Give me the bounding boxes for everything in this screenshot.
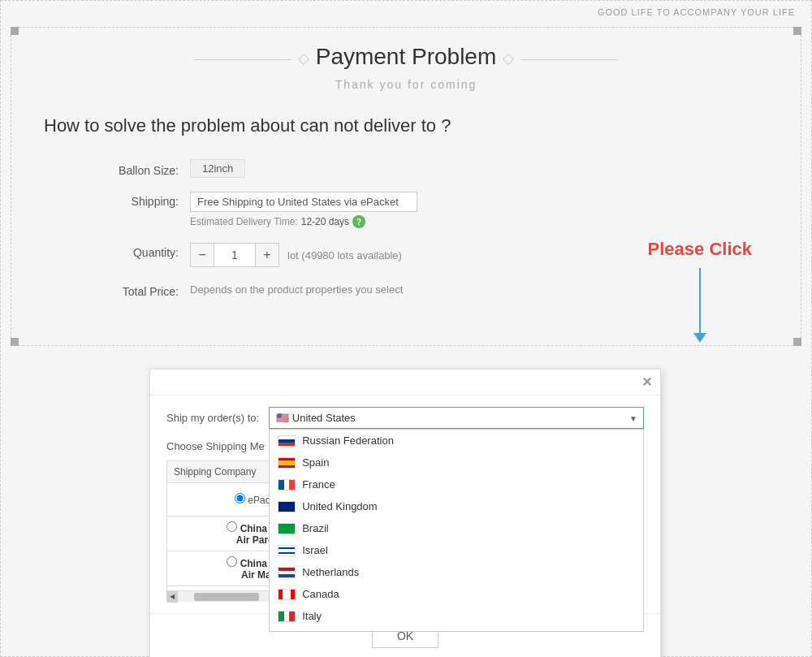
scroll-thumb[interactable]: [194, 593, 259, 601]
dropdown-item-france[interactable]: France: [270, 473, 643, 495]
flag-spain-icon: [278, 457, 296, 469]
country-name-russia: Russian Federation: [302, 434, 394, 447]
total-price-label: Total Price:: [93, 282, 190, 298]
quantity-increase-button[interactable]: +: [255, 243, 279, 267]
total-price-value: Depends on the product properties you se…: [190, 283, 403, 296]
dropdown-item-spain[interactable]: Spain: [270, 452, 643, 473]
balloon-size-label: Ballon Size:: [93, 161, 190, 177]
quantity-label: Quantity:: [93, 243, 190, 259]
modal-body: Ship my order(s) to: 🇺🇸 United States ▼ …: [150, 395, 660, 613]
flag-france-icon: [278, 479, 296, 491]
country-select[interactable]: 🇺🇸 United States: [269, 407, 644, 429]
dropdown-item-italy[interactable]: Italy: [270, 605, 643, 627]
dropdown-item-brazil[interactable]: Brazil: [270, 517, 643, 539]
dropdown-item-russia[interactable]: Russian Federation: [270, 430, 643, 452]
dropdown-item-netherlands[interactable]: Netherlands: [270, 561, 643, 583]
please-click-area: Please Click: [648, 239, 752, 343]
flag-uk-icon: [278, 501, 296, 512]
question-text: How to solve the problem about can not d…: [44, 115, 768, 136]
quantity-available: lot (49980 lots available): [287, 249, 402, 262]
china-air-parcel-radio[interactable]: [227, 521, 237, 532]
country-name-netherlands: Netherlands: [302, 566, 359, 578]
shipping-row: Shipping: Free Shipping to United States…: [93, 192, 768, 228]
quantity-decrease-button[interactable]: −: [190, 243, 214, 267]
modal-header: ✕: [150, 370, 660, 395]
country-select-wrapper: 🇺🇸 United States ▼ Russian Federation: [269, 407, 644, 429]
header-diamond-right: [503, 54, 514, 65]
country-name-uk: United Kingdom: [302, 500, 378, 512]
country-dropdown-list[interactable]: Russian Federation Spain France: [269, 429, 644, 632]
country-name-canada: Canada: [302, 588, 339, 600]
ship-to-label: Ship my order(s) to:: [166, 412, 259, 424]
please-click-text: Please Click: [648, 239, 752, 260]
shipping-select[interactable]: Free Shipping to United States via ePack…: [190, 192, 417, 212]
flag-canada-icon: [278, 589, 296, 600]
ship-to-row: Ship my order(s) to: 🇺🇸 United States ▼ …: [166, 407, 644, 429]
page-header: Payment Problem Thank you for coming: [44, 44, 768, 91]
arrow-down: [693, 268, 706, 343]
page-subtitle: Thank you for coming: [44, 78, 768, 91]
delivery-label: Estimated Delivery Time:: [190, 216, 298, 227]
modal-dialog: ✕ Ship my order(s) to: 🇺🇸 United States …: [149, 369, 661, 657]
flag-italy-icon: [278, 611, 296, 622]
epacket-radio[interactable]: [235, 493, 245, 504]
page-title: Payment Problem: [316, 44, 497, 70]
shipping-label: Shipping:: [93, 192, 190, 208]
flag-brazil-icon: [278, 523, 296, 534]
flag-russia-icon: [278, 435, 296, 447]
quantity-input[interactable]: 1: [214, 243, 255, 267]
modal-close-button[interactable]: ✕: [641, 374, 652, 390]
balloon-size-value: 12inch: [190, 159, 245, 178]
country-name-spain: Spain: [302, 456, 329, 469]
china-air-mail-radio[interactable]: [227, 556, 237, 567]
dropdown-item-chile[interactable]: Chile: [270, 627, 643, 632]
dropdown-item-israel[interactable]: Israel: [270, 539, 643, 561]
country-name-brazil: Brazil: [302, 522, 329, 534]
topbar: GOOD LIFE TO ACCOMPANY YOUR LIFE: [1, 1, 811, 24]
country-name-italy: Italy: [302, 610, 322, 622]
country-name-israel: Israel: [302, 544, 328, 556]
country-name-france: France: [302, 478, 335, 491]
dropdown-item-canada[interactable]: Canada: [270, 583, 643, 605]
flag-israel-icon: [278, 545, 296, 556]
scroll-left-arrow[interactable]: ◀: [166, 591, 178, 603]
flag-netherlands-icon: [278, 567, 296, 578]
dropdown-item-uk[interactable]: United Kingdom: [270, 495, 643, 517]
help-icon[interactable]: ?: [352, 215, 365, 228]
balloon-size-row: Ballon Size: 12inch: [93, 161, 768, 177]
delivery-value: 12-20 days: [301, 216, 349, 227]
header-diamond-left: [298, 54, 309, 65]
